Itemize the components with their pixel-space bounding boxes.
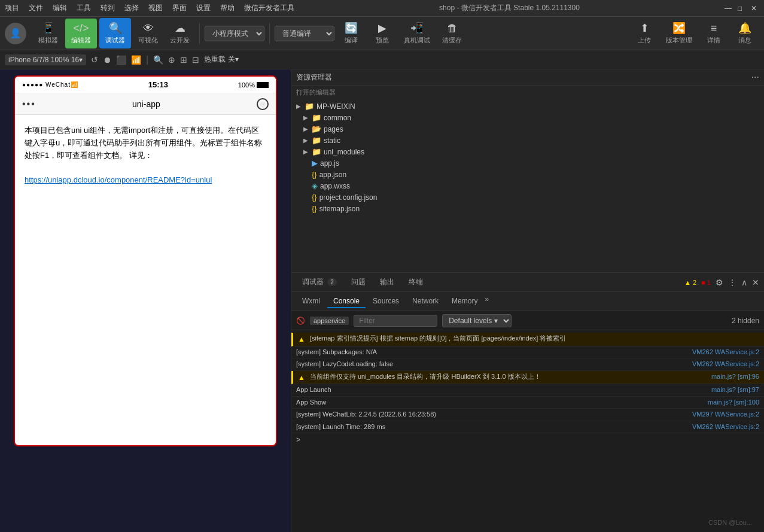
folder-icon: 📁 — [312, 147, 321, 156]
menu-item-interface[interactable]: 界面 — [172, 3, 187, 13]
close-icon[interactable]: ✕ — [752, 278, 759, 287]
minimize-button[interactable]: — — [725, 4, 733, 13]
devtool-tab-network[interactable]: Network — [406, 295, 445, 308]
context-tag[interactable]: appservice — [310, 317, 349, 325]
file-item-sitemap[interactable]: ▶ {} sitemap.json — [291, 203, 764, 214]
device-info[interactable]: iPhone 6/7/8 100% 16▾ — [5, 54, 86, 65]
layout-icon[interactable]: ⊟ — [192, 55, 199, 65]
compile-select[interactable]: 普通编译 — [275, 26, 334, 41]
simulator-button[interactable]: 📱 模拟器 — [34, 19, 63, 47]
debugger-tab-label: 调试器 — [302, 278, 324, 286]
arrow-icon: ▶ — [296, 103, 302, 110]
console-text: [system] Subpackages: N/A — [296, 348, 687, 357]
window-title: shop - 微信开发者工具 Stable 1.05.2111300 — [304, 3, 715, 13]
menu-item-select[interactable]: 选择 — [124, 3, 139, 13]
tab-issues[interactable]: 问题 — [345, 275, 372, 289]
menu-item-devtools[interactable]: 微信开发者工具 — [244, 3, 294, 13]
console-source[interactable]: VM297 WAService.js:2 — [692, 410, 759, 419]
file-item-pages[interactable]: ▶ 📂 pages — [291, 123, 764, 135]
levels-select[interactable]: Default levels ▾ — [442, 314, 512, 327]
menu-item-project[interactable]: 项目 — [5, 3, 19, 13]
devtool-more[interactable]: » — [485, 295, 489, 308]
file-item-root[interactable]: ▶ 📁 MP-WEIXIN — [291, 101, 764, 112]
more-vert-icon[interactable]: ⋮ — [728, 278, 736, 287]
visible-button[interactable]: 👁 可视化 — [133, 20, 163, 47]
console-source[interactable]: VM262 WAService.js:2 — [692, 422, 759, 431]
file-item-common[interactable]: ▶ 📁 common — [291, 112, 764, 123]
console-source[interactable]: VM262 WAService.js:2 — [692, 360, 759, 369]
console-source[interactable]: main.js? [sm]:96 — [711, 372, 759, 381]
console-line: App Show main.js? [sm]:100 — [291, 397, 764, 409]
app-js-label: app.js — [320, 159, 339, 168]
mode-select[interactable]: 小程序模式 — [205, 26, 264, 41]
file-item-app-wxss[interactable]: ▶ ◈ app.wxss — [291, 180, 764, 191]
compile-button[interactable]: 🔄 编译 — [337, 19, 366, 47]
clear-save-button[interactable]: 🗑 清缓存 — [437, 20, 467, 47]
expand-icon[interactable]: ∧ — [741, 278, 747, 287]
cloud-button[interactable]: ☁ 云开发 — [165, 19, 194, 47]
console-text: [system] LazyCodeLoading: false — [296, 360, 687, 369]
phone-link[interactable]: https://uniapp.dcloud.io/component/READM… — [25, 175, 212, 184]
real-machine-button[interactable]: 📲 真机调试 — [399, 19, 435, 47]
tab-terminal[interactable]: 终端 — [403, 275, 429, 289]
settings-icon[interactable]: ⚙ — [716, 278, 723, 287]
file-item-uni-modules[interactable]: ▶ 📁 uni_modules — [291, 146, 764, 157]
menu-item-file[interactable]: 文件 — [29, 3, 43, 13]
devtool-tab-memory[interactable]: Memory — [446, 295, 483, 308]
upload-button[interactable]: ⬆ 上传 — [630, 19, 659, 47]
camera-icon: ◎ — [260, 101, 266, 107]
message-button[interactable]: 🔔 消息 — [730, 19, 759, 47]
debugger-button[interactable]: 🔍 调试器 — [99, 18, 131, 48]
phone-carrier: ●●●●● WeChat📶 — [22, 81, 78, 88]
console-source[interactable]: main.js? [sm]:97 — [711, 385, 759, 394]
phone-nav-bar: ••• uni-app ◎ — [15, 93, 276, 115]
zoom-icon[interactable]: 🔍 — [153, 55, 163, 65]
version-button[interactable]: 🔀 版本管理 — [661, 19, 697, 47]
hot-reload[interactable]: 热重载 关▾ — [204, 54, 238, 65]
editor-icon: </> — [73, 22, 89, 35]
compile-label: 编译 — [345, 36, 358, 45]
upload-label: 上传 — [638, 36, 651, 45]
devtool-tab-console[interactable]: Console — [327, 295, 366, 308]
wifi-icon[interactable]: 📶 — [131, 55, 141, 65]
menu-item-edit[interactable]: 编辑 — [53, 3, 67, 13]
menu-item-help[interactable]: 帮助 — [220, 3, 235, 13]
menu-item-goto[interactable]: 转到 — [101, 3, 115, 13]
json-icon: {} — [312, 193, 317, 202]
menu-item-view[interactable]: 视图 — [148, 3, 163, 13]
user-avatar[interactable]: 👤 — [5, 23, 26, 44]
version-icon: 🔀 — [672, 22, 686, 35]
devtool-tab-wxml[interactable]: Wxml — [296, 295, 326, 308]
close-button[interactable]: ✕ — [751, 4, 759, 13]
tab-debugger[interactable]: 调试器 2 — [296, 275, 343, 289]
tab-output[interactable]: 输出 — [374, 275, 400, 289]
menu-item-settings[interactable]: 设置 — [196, 3, 211, 13]
window-controls: — □ ✕ — [725, 4, 759, 13]
phone-nav-circle[interactable]: ◎ — [257, 98, 269, 110]
phone-nav-more[interactable]: ••• — [22, 99, 36, 110]
grid-icon[interactable]: ⊞ — [180, 55, 187, 65]
file-item-static[interactable]: ▶ 📁 static — [291, 135, 764, 146]
console-source[interactable]: VM262 WAService.js:2 — [692, 348, 759, 357]
console-source[interactable]: main.js? [sm]:100 — [708, 398, 759, 407]
editor-button[interactable]: </> 编辑器 — [65, 19, 97, 48]
arrow-icon: ▶ — [303, 114, 309, 121]
file-item-app-json[interactable]: ▶ {} app.json — [291, 169, 764, 180]
cursor-icon[interactable]: ⊕ — [168, 55, 175, 65]
devtool-tab-sources[interactable]: Sources — [367, 295, 405, 308]
file-item-app-js[interactable]: ▶ ▶ app.js — [291, 157, 764, 169]
filter-input[interactable] — [354, 315, 437, 327]
detail-button[interactable]: ≡ 详情 — [699, 20, 728, 47]
console-prompt[interactable]: > — [291, 433, 764, 446]
menu-item-tools[interactable]: 工具 — [77, 3, 91, 13]
record-icon[interactable]: ⏺ — [103, 55, 111, 65]
explorer-more[interactable]: ··· — [751, 72, 759, 83]
console-line: [system] LazyCodeLoading: false VM262 WA… — [291, 358, 764, 370]
folder-icon: 📁 — [312, 113, 321, 122]
maximize-button[interactable]: □ — [738, 4, 746, 13]
file-item-project-config[interactable]: ▶ {} project.config.json — [291, 191, 764, 203]
project-config-label: project.config.json — [319, 193, 378, 202]
screenshot-icon[interactable]: ⬛ — [116, 55, 126, 65]
preview-button[interactable]: ▶ 预览 — [368, 19, 397, 47]
rotate-icon[interactable]: ↺ — [91, 55, 98, 65]
